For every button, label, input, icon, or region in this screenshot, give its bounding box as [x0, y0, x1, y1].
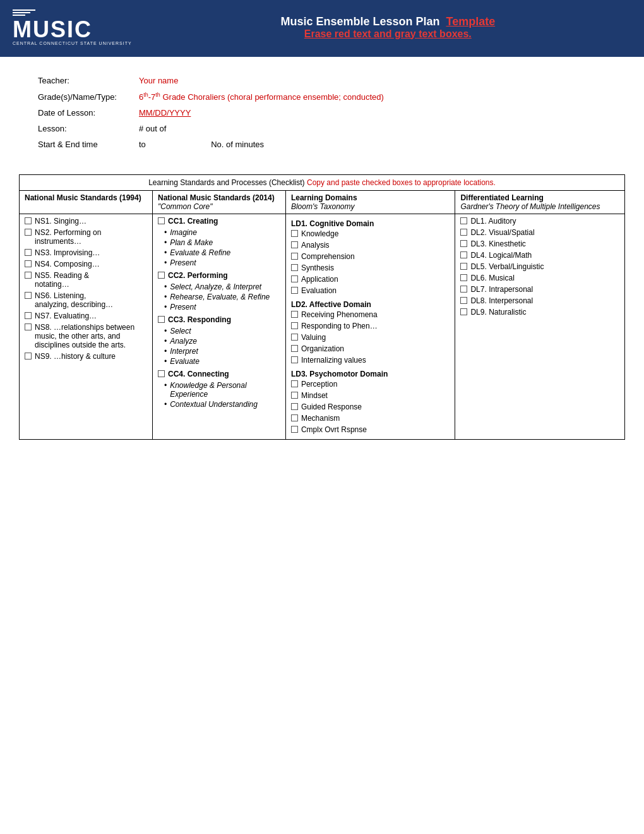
grade-sup1: th	[143, 92, 148, 98]
cc3-item: CC3. Responding	[158, 315, 280, 324]
ld-guided-cb[interactable]	[291, 403, 298, 410]
cc4-b1: Knowledge & Personal Experience	[158, 381, 280, 399]
cc2-checkbox[interactable]	[158, 272, 165, 279]
ld-mindset-cb[interactable]	[291, 392, 298, 399]
ns3-checkbox[interactable]	[25, 249, 32, 256]
cc3-b3: Interpret	[158, 347, 280, 356]
ns1-checkbox[interactable]	[25, 217, 32, 224]
page-title-highlight: Template	[446, 15, 496, 28]
ns6-checkbox[interactable]	[25, 292, 32, 299]
ld-receiving-cb[interactable]	[291, 311, 298, 318]
dl3-checkbox[interactable]	[460, 240, 467, 247]
dl1-item: DL1. Auditory	[460, 217, 619, 226]
grade-sup2: th	[155, 92, 160, 98]
ld-valuing-cb[interactable]	[291, 334, 298, 341]
table-top-cell: Learning Standards and Processes (Checkl…	[20, 175, 625, 191]
cc1-b2: Plan & Make	[158, 238, 280, 247]
ld-internalizing-label: Internalizing values	[301, 356, 366, 365]
ld-knowledge-cb[interactable]	[291, 230, 298, 237]
cc1-label: CC1. Creating	[168, 217, 218, 226]
logo-sub-text: CENTRAL CONNECTICUT STATE UNIVERSITY	[13, 41, 132, 45]
ns4-checkbox[interactable]	[25, 260, 32, 267]
grade-post: Grade Choraliers (choral performance ens…	[160, 92, 384, 102]
dl8-checkbox[interactable]	[460, 297, 467, 304]
cc3-b1: Select	[158, 327, 280, 335]
dl6-label: DL6. Musical	[470, 274, 514, 282]
standards-table: Learning Standards and Processes (Checkl…	[19, 174, 625, 440]
ld-analysis-cb[interactable]	[291, 241, 298, 248]
ld-cmplx-label: Cmplx Ovrt Rspnse	[301, 425, 367, 434]
ns7-item: NS7. Evaluating…	[25, 311, 147, 320]
ld-comprehension-cb[interactable]	[291, 253, 298, 260]
ld-application-cb[interactable]	[291, 275, 298, 282]
ld1-label: LD1. Cognitive Domain	[291, 219, 450, 228]
col-ld-cell: LD1. Cognitive Domain Knowledge Analysis…	[285, 214, 455, 440]
ld-responding-cb[interactable]	[291, 322, 298, 329]
ns7-label: NS7. Evaluating…	[35, 311, 97, 320]
dl7-label: DL7. Intrapersonal	[470, 285, 533, 294]
ns8-checkbox[interactable]	[25, 323, 32, 330]
ld-cmplx-cb[interactable]	[291, 426, 298, 433]
table-body-row: NS1. Singing… NS2. Performing oninstrume…	[20, 214, 625, 440]
cc3-label: CC3. Responding	[168, 315, 231, 324]
ld-perception: Perception	[291, 380, 450, 389]
ld-cmplx: Cmplx Ovrt Rspnse	[291, 425, 450, 434]
cc1-b4: Present	[158, 258, 280, 267]
grade-mid: -7	[148, 92, 156, 102]
col-dl-cell: DL1. Auditory DL2. Visual/Spatial DL3. K…	[455, 214, 625, 440]
ld-mechanism-cb[interactable]	[291, 414, 298, 421]
cc4-checkbox[interactable]	[158, 370, 165, 377]
ld-evaluation-cb[interactable]	[291, 287, 298, 294]
dl6-checkbox[interactable]	[460, 274, 467, 281]
ld-synthesis-cb[interactable]	[291, 264, 298, 271]
cc4-label: CC4. Connecting	[168, 370, 229, 378]
table-top-red: Copy and paste checked boxes to appropri…	[307, 178, 496, 187]
ld-internalizing-cb[interactable]	[291, 356, 298, 363]
cc1-b1: Imagine	[158, 228, 280, 237]
table-top-label: Learning Standards and Processes (Checkl…	[148, 178, 304, 187]
ld-responding-label: Responding to Phen…	[301, 322, 378, 330]
dl2-item: DL2. Visual/Spatial	[460, 228, 619, 237]
ld-mindset: Mindset	[291, 391, 450, 400]
dl1-checkbox[interactable]	[460, 217, 467, 224]
cc1-checkbox[interactable]	[158, 217, 165, 224]
cc2-label: CC2. Performing	[168, 271, 228, 280]
ld-organization-cb[interactable]	[291, 345, 298, 352]
col3-subheader: Bloom's Taxonomy	[291, 202, 355, 211]
ld-analysis: Analysis	[291, 241, 450, 250]
dl9-checkbox[interactable]	[460, 308, 467, 315]
dl7-checkbox[interactable]	[460, 286, 467, 293]
dl5-checkbox[interactable]	[460, 263, 467, 270]
dl8-item: DL8. Interpersonal	[460, 296, 619, 305]
cc3-checkbox[interactable]	[158, 316, 165, 323]
teacher-value: Your name	[139, 76, 178, 85]
ns2-checkbox[interactable]	[25, 229, 32, 236]
dl2-checkbox[interactable]	[460, 229, 467, 236]
col-cc-cell: CC1. Creating Imagine Plan & Make Evalua…	[152, 214, 285, 440]
grade-value: 6th-7th Grade Choraliers (choral perform…	[139, 92, 384, 102]
col-ns-cell: NS1. Singing… NS2. Performing oninstrume…	[20, 214, 153, 440]
ns8-item: NS8. …relationships between music, the o…	[25, 323, 147, 349]
ns4-item: NS4. Composing…	[25, 260, 147, 269]
dl5-label: DL5. Verbal/Linguistic	[470, 262, 544, 271]
col2-header-text: National Music Standards (2014)	[158, 193, 275, 202]
dl4-checkbox[interactable]	[460, 251, 467, 258]
ld-application: Application	[291, 275, 450, 284]
ld-perception-cb[interactable]	[291, 380, 298, 387]
ns5-checkbox[interactable]	[25, 272, 32, 279]
dl4-item: DL4. Logical/Math	[460, 251, 619, 260]
grade-label: Grade(s)/Name/Type:	[38, 92, 139, 102]
dl3-item: DL3. Kinesthetic	[460, 239, 619, 248]
ld-mechanism: Mechanism	[291, 414, 450, 423]
ns9-checkbox[interactable]	[25, 353, 32, 360]
ns1-item: NS1. Singing…	[25, 217, 147, 226]
page-subtitle: Erase red text and gray text boxes.	[145, 28, 631, 40]
ld-mechanism-label: Mechanism	[301, 414, 340, 423]
ld-perception-label: Perception	[301, 380, 337, 389]
logo-lines	[13, 9, 35, 16]
ld-receiving: Receiving Phenomena	[291, 310, 450, 319]
ns2-label: NS2. Performing oninstruments…	[35, 228, 101, 246]
header-banner: MUSIC CENTRAL CONNECTICUT STATE UNIVERSI…	[0, 0, 644, 57]
grade-row: Grade(s)/Name/Type: 6th-7th Grade Choral…	[38, 92, 606, 102]
ns7-checkbox[interactable]	[25, 312, 32, 319]
